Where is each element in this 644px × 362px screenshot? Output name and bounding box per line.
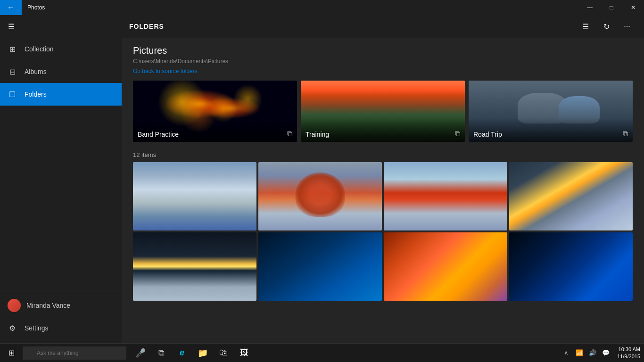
minimize-button[interactable]: —: [579, 0, 601, 15]
pictures-header: Pictures C:\users\Miranda\Documents\Pict…: [133, 45, 633, 75]
albums-icon: ⊟: [8, 67, 17, 76]
settings-item[interactable]: ⚙ Settings: [0, 317, 122, 339]
toolbar-title: FOLDERS: [129, 23, 164, 30]
window-controls: — □ ✕: [579, 0, 644, 15]
training-label: Training: [305, 131, 329, 138]
app-title: Photos: [27, 4, 45, 11]
refresh-icon: ↻: [603, 22, 610, 31]
sidebar-item-label: Albums: [25, 68, 47, 75]
refresh-button[interactable]: ↻: [597, 17, 616, 36]
more-button[interactable]: ···: [618, 17, 636, 36]
close-button[interactable]: ✕: [622, 0, 644, 15]
clock-time: 10:30 AM: [617, 346, 640, 353]
taskbar-right: ∧ 📶 🔊 💬 10:30 AM 11/9/2015: [561, 344, 644, 362]
band-practice-overlay: Band Practice ⧉: [133, 118, 297, 142]
toolbar-actions: ☰ ↻ ···: [576, 17, 636, 36]
folder-training[interactable]: Training ⧉: [301, 81, 465, 142]
photo-cell[interactable]: [258, 232, 382, 301]
taskbar-explorer[interactable]: 📁: [192, 344, 213, 362]
settings-icon: ⚙: [8, 324, 17, 333]
start-button[interactable]: ⊞: [0, 344, 23, 362]
more-icon: ···: [624, 22, 630, 31]
road-trip-label: Road Trip: [473, 131, 502, 138]
pictures-folder-title: Pictures: [133, 45, 633, 56]
clock-date: 11/9/2015: [617, 353, 640, 360]
main-panel: FOLDERS ☰ ↻ ··· Pictures C:\users\Mirand…: [122, 15, 644, 343]
sidebar-nav: ⊞ Collection ⊟ Albums ☐ Folders: [0, 38, 122, 290]
items-count: 12 items: [133, 151, 633, 158]
start-icon: ⊞: [8, 348, 15, 357]
back-button[interactable]: ←: [0, 0, 22, 15]
collection-icon: ⊞: [8, 45, 17, 54]
hamburger-button[interactable]: ☰: [0, 15, 23, 38]
sidebar-item-label: Folders: [25, 90, 47, 98]
username: Miranda Vance: [26, 302, 70, 309]
training-overlay: Training ⧉: [301, 118, 465, 142]
select-icon: ☰: [582, 22, 589, 31]
taskbar-photos[interactable]: 🖼: [234, 344, 255, 362]
folders-icon: ☐: [8, 90, 17, 99]
titlebar-left: ← Photos: [0, 0, 45, 15]
tray-action-center[interactable]: 💬: [600, 344, 611, 362]
taskbar-store[interactable]: 🛍: [213, 344, 234, 362]
photo-grid: [133, 162, 633, 301]
folders-toolbar: FOLDERS ☰ ↻ ···: [122, 15, 644, 38]
avatar-image: [8, 299, 21, 312]
photo-cell[interactable]: [384, 162, 507, 230]
band-practice-label: Band Practice: [138, 131, 179, 138]
photos-icon: 🖼: [240, 348, 248, 358]
taskbar-task-view[interactable]: ⧉: [151, 344, 172, 362]
photo-cell[interactable]: [133, 162, 256, 230]
photo-cell[interactable]: [509, 232, 633, 301]
user-profile[interactable]: Miranda Vance: [0, 294, 122, 317]
task-view-icon: ⧉: [158, 348, 165, 358]
taskbar-edge[interactable]: e: [172, 344, 192, 362]
explorer-icon: 📁: [198, 348, 208, 358]
titlebar: ← Photos — □ ✕: [0, 0, 644, 15]
maximize-button[interactable]: □: [601, 0, 622, 15]
taskbar-mic[interactable]: 🎤: [130, 344, 151, 362]
road-trip-overlay: Road Trip ⧉: [469, 118, 633, 142]
folder-thumb-icon-training: ⧉: [455, 130, 460, 138]
search-input[interactable]: [23, 346, 126, 360]
mic-icon: 🎤: [135, 348, 146, 358]
taskbar-apps: 🎤 ⧉ e 📁 🛍 🖼: [130, 344, 255, 362]
settings-label: Settings: [25, 324, 49, 332]
folder-path: C:\users\Miranda\Documents\Pictures: [133, 58, 633, 65]
select-button[interactable]: ☰: [576, 17, 595, 36]
sidebar-item-albums[interactable]: ⊟ Albums: [0, 60, 122, 83]
store-icon: 🛍: [219, 348, 228, 358]
photo-cell[interactable]: [258, 162, 382, 230]
tray-network[interactable]: 📶: [574, 344, 585, 362]
photo-cell[interactable]: [384, 232, 507, 301]
app-body: ☰ ⊞ Collection ⊟ Albums ☐ Folders Mirand…: [0, 15, 644, 343]
subfolders-grid: Band Practice ⧉ Training ⧉: [133, 81, 633, 142]
sidebar-item-folders[interactable]: ☐ Folders: [0, 83, 122, 106]
photo-cell[interactable]: [133, 232, 256, 301]
photo-cell[interactable]: [509, 162, 633, 230]
search-wrap: 🔍: [23, 346, 126, 360]
sidebar-item-collection[interactable]: ⊞ Collection: [0, 38, 122, 60]
system-time: 10:30 AM 11/9/2015: [617, 346, 640, 360]
tray-volume[interactable]: 🔊: [587, 344, 598, 362]
folder-band-practice[interactable]: Band Practice ⧉: [133, 81, 297, 142]
tray-expand[interactable]: ∧: [561, 344, 572, 362]
back-icon: ←: [7, 3, 15, 12]
sidebar-item-label: Collection: [25, 45, 53, 53]
content-area: Pictures C:\users\Miranda\Documents\Pict…: [122, 38, 644, 343]
folder-thumb-icon-band: ⧉: [287, 130, 292, 138]
avatar: [8, 299, 21, 312]
edge-icon: e: [180, 348, 184, 358]
sidebar: ☰ ⊞ Collection ⊟ Albums ☐ Folders Mirand…: [0, 15, 122, 343]
hamburger-icon: ☰: [8, 22, 15, 31]
source-folders-link[interactable]: Go back to source folders: [133, 68, 198, 74]
folder-thumb-icon-road-trip: ⧉: [623, 130, 628, 138]
folder-road-trip[interactable]: Road Trip ⧉: [469, 81, 633, 142]
sidebar-bottom: Miranda Vance ⚙ Settings: [0, 290, 122, 343]
taskbar: ⊞ 🔍 🎤 ⧉ e 📁 🛍 🖼 ∧ 📶 🔊 💬 10:30 AM 11/: [0, 343, 644, 362]
